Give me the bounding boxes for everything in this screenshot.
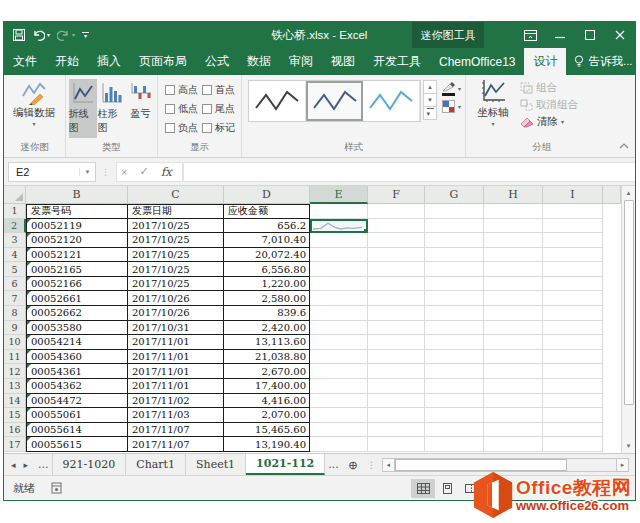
- cell-I6[interactable]: [543, 277, 603, 292]
- row-header-7[interactable]: 7: [4, 291, 26, 306]
- cell-H14[interactable]: [484, 394, 543, 409]
- cell-I5[interactable]: [543, 262, 603, 277]
- ribbon-tab-review[interactable]: 审阅: [280, 48, 322, 75]
- cell-G17[interactable]: [425, 437, 484, 452]
- cell-C4[interactable]: 2017/10/25: [128, 248, 224, 263]
- cell-H16[interactable]: [484, 423, 543, 438]
- cell-I14[interactable]: [543, 394, 603, 409]
- row-header-11[interactable]: 11: [4, 350, 26, 365]
- sheet-nav-right-icon[interactable]: ▸: [24, 460, 29, 470]
- scroll-left-icon[interactable]: ◂: [382, 458, 395, 472]
- ribbon-tab-developer[interactable]: 开发工具: [364, 48, 430, 75]
- column-header-C[interactable]: C: [128, 186, 224, 204]
- gallery-up-icon[interactable]: ▴: [423, 80, 437, 94]
- clear-caret-icon[interactable]: ▾: [561, 119, 564, 125]
- cell-H9[interactable]: [484, 321, 543, 336]
- cell-C16[interactable]: 2017/11/07: [128, 423, 224, 438]
- cell-B13[interactable]: 00054362: [26, 379, 128, 394]
- cell-H7[interactable]: [484, 291, 543, 306]
- cell-D11[interactable]: 21,038.80: [224, 350, 310, 365]
- macro-record-icon[interactable]: [51, 482, 62, 494]
- checkbox-box-icon[interactable]: [165, 85, 175, 95]
- cell-D16[interactable]: 15,465.60: [224, 423, 310, 438]
- row-header-9[interactable]: 9: [4, 321, 26, 336]
- page-layout-view-button[interactable]: [435, 479, 459, 498]
- vertical-scrollbar[interactable]: ▴ ▾: [621, 186, 635, 453]
- cell-C9[interactable]: 2017/10/31: [128, 321, 224, 336]
- vertical-scroll-thumb[interactable]: [624, 200, 634, 405]
- cell-H2[interactable]: [484, 219, 543, 234]
- cell-E3[interactable]: [310, 233, 368, 248]
- cell-G2[interactable]: [425, 219, 484, 234]
- cell-B4[interactable]: 00052121: [26, 248, 128, 263]
- cell-B9[interactable]: 00053580: [26, 321, 128, 336]
- cell-D6[interactable]: 1,220.00: [224, 277, 310, 292]
- cell-F5[interactable]: [368, 262, 425, 277]
- confirm-entry-icon[interactable]: ✓: [139, 165, 148, 178]
- row-header-13[interactable]: 13: [4, 379, 26, 394]
- undo-button[interactable]: ▾: [32, 30, 50, 41]
- cell-D14[interactable]: 4,416.00: [224, 394, 310, 409]
- cell-G7[interactable]: [425, 291, 484, 306]
- row-header-5[interactable]: 5: [4, 262, 26, 277]
- cell-D5[interactable]: 6,556.80: [224, 262, 310, 277]
- cell-H1[interactable]: [484, 204, 543, 219]
- row-header-3[interactable]: 3: [4, 233, 26, 248]
- cell-D9[interactable]: 2,420.00: [224, 321, 310, 336]
- row-header-10[interactable]: 10: [4, 335, 26, 350]
- cell-F10[interactable]: [368, 335, 425, 350]
- cell-F11[interactable]: [368, 350, 425, 365]
- redo-caret-icon[interactable]: ▾: [72, 32, 75, 38]
- cell-E16[interactable]: [310, 423, 368, 438]
- cell-G11[interactable]: [425, 350, 484, 365]
- cell-I12[interactable]: [543, 364, 603, 379]
- ribbon-tab-chemoffice13[interactable]: ChemOffice13: [430, 48, 524, 75]
- select-all-corner[interactable]: [4, 186, 26, 204]
- cell-F9[interactable]: [368, 321, 425, 336]
- cell-E2[interactable]: [310, 219, 368, 234]
- cell-B15[interactable]: 00055061: [26, 408, 128, 423]
- cell-C11[interactable]: 2017/11/01: [128, 350, 224, 365]
- cell-E10[interactable]: [310, 335, 368, 350]
- column-header-B[interactable]: B: [26, 186, 128, 204]
- checkbox-box-icon[interactable]: [165, 123, 175, 133]
- cell-E12[interactable]: [310, 364, 368, 379]
- column-sparkline-button[interactable]: 柱形图: [98, 79, 126, 138]
- sheet-overflow-right[interactable]: ...: [325, 454, 342, 475]
- cell-F16[interactable]: [368, 423, 425, 438]
- marker-color-button[interactable]: ▾: [442, 100, 461, 113]
- cell-H11[interactable]: [484, 350, 543, 365]
- maximize-button[interactable]: [575, 22, 605, 48]
- checkbox-high-point[interactable]: 高点: [165, 83, 200, 97]
- cell-I9[interactable]: [543, 321, 603, 336]
- column-header-D[interactable]: D: [224, 186, 310, 204]
- cell-G10[interactable]: [425, 335, 484, 350]
- cell-D15[interactable]: 2,070.00: [224, 408, 310, 423]
- cell-B5[interactable]: 00052165: [26, 262, 128, 277]
- cell-H8[interactable]: [484, 306, 543, 321]
- ribbon-tab-view[interactable]: 视图: [322, 48, 364, 75]
- cell-C13[interactable]: 2017/11/01: [128, 379, 224, 394]
- cell-C10[interactable]: 2017/11/01: [128, 335, 224, 350]
- cell-G13[interactable]: [425, 379, 484, 394]
- insert-function-icon[interactable]: fx: [161, 165, 172, 179]
- cell-H15[interactable]: [484, 408, 543, 423]
- minimize-button[interactable]: [545, 22, 575, 48]
- cell-D7[interactable]: 2,580.00: [224, 291, 310, 306]
- cell-I10[interactable]: [543, 335, 603, 350]
- cell-H13[interactable]: [484, 379, 543, 394]
- undo-caret-icon[interactable]: ▾: [47, 32, 50, 38]
- cell-G1[interactable]: [425, 204, 484, 219]
- cell-D8[interactable]: 839.6: [224, 306, 310, 321]
- cell-D1[interactable]: 应收金额: [224, 204, 310, 219]
- row-header-17[interactable]: 17: [4, 437, 26, 452]
- cell-G15[interactable]: [425, 408, 484, 423]
- cell-B2[interactable]: 00052119: [26, 219, 128, 234]
- ribbon-tab-formulas[interactable]: 公式: [196, 48, 238, 75]
- cell-F8[interactable]: [368, 306, 425, 321]
- cell-H10[interactable]: [484, 335, 543, 350]
- cell-G9[interactable]: [425, 321, 484, 336]
- sheet-tab-921-1020[interactable]: 921-1020: [52, 454, 127, 475]
- column-header-I[interactable]: I: [543, 186, 603, 204]
- cell-I17[interactable]: [543, 437, 603, 452]
